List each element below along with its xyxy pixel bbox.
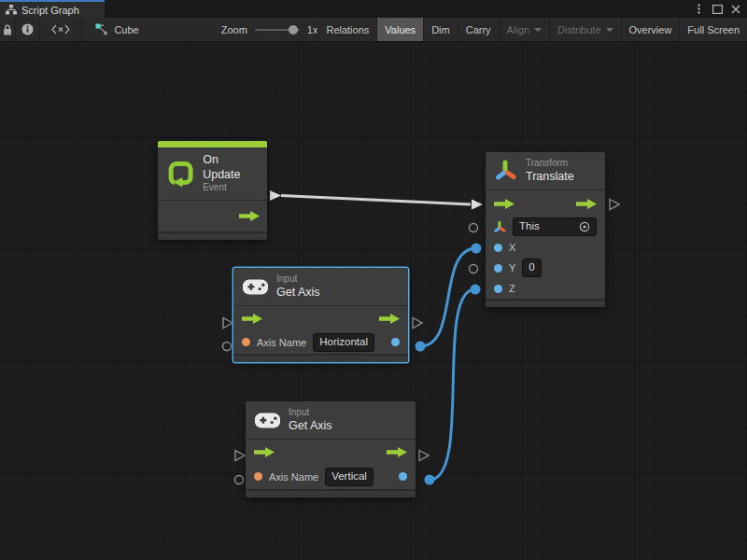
node-header: Transform Translate [486, 152, 605, 190]
flow-out-port[interactable] [419, 451, 429, 461]
window-controls [691, 0, 743, 18]
z-in-port-connected[interactable] [471, 285, 481, 295]
value-connection-vertical-z[interactable] [430, 289, 475, 480]
z-input-row: Z [486, 278, 605, 299]
graph-target-label: Cube [114, 24, 138, 35]
flow-input-arrow-icon[interactable] [494, 199, 514, 209]
align-dropdown[interactable]: Align [499, 18, 549, 41]
axis-out-port-connected[interactable] [425, 475, 435, 485]
flow-output-arrow-icon[interactable] [239, 211, 260, 221]
flow-output-arrow-icon[interactable] [576, 199, 597, 209]
lock-icon [3, 24, 12, 35]
node-body [158, 201, 267, 231]
kebab-menu-icon[interactable] [691, 2, 706, 17]
flow-in-port[interactable] [223, 318, 233, 329]
node-title: Get Axis [276, 286, 320, 301]
y-in-port[interactable] [470, 265, 478, 273]
flow-out-port-connected[interactable] [270, 190, 281, 201]
node-get-axis-horizontal[interactable]: Input Get Axis Axis Name Horizontal [233, 268, 408, 362]
this-object-field[interactable]: This [513, 217, 597, 236]
node-header: On Update Event [158, 147, 267, 201]
this-row: This [486, 217, 605, 237]
axis-name-port-dot[interactable] [242, 338, 250, 346]
flow-out-port[interactable] [610, 200, 619, 210]
axis-name-label: Axis Name [269, 471, 318, 483]
flow-row [233, 306, 408, 330]
z-port-label: Z [509, 283, 515, 294]
node-translate[interactable]: Transform Translate [486, 152, 605, 307]
z-port-dot[interactable] [494, 285, 502, 293]
this-in-port[interactable] [470, 224, 478, 232]
script-graph-window: Script Graph [0, 0, 747, 560]
zoom-value: 1x [307, 24, 318, 35]
axis-name-port-dot[interactable] [254, 472, 262, 481]
axis-name-value-field[interactable]: Horizontal [313, 333, 374, 352]
node-title: On Update [203, 153, 258, 182]
axis-output-port-dot[interactable] [391, 338, 400, 346]
chevron-down-icon [606, 28, 613, 32]
full-screen-button[interactable]: Full Screen [679, 18, 747, 41]
y-port-dot[interactable] [494, 264, 502, 273]
axis-name-in-port[interactable] [223, 343, 232, 351]
code-literal-icon [50, 24, 71, 35]
relations-button[interactable]: Relations [317, 18, 376, 41]
node-subtitle: Input [289, 407, 332, 419]
loop-arrow-icon [167, 160, 194, 188]
close-icon[interactable] [728, 2, 743, 17]
node-footer [158, 231, 267, 240]
code-view-button[interactable] [40, 18, 82, 41]
axis-name-label: Axis Name [257, 337, 306, 348]
node-subtitle: Event [203, 182, 258, 194]
gamepad-icon [255, 413, 280, 428]
flow-connection[interactable] [281, 196, 471, 205]
node-get-axis-vertical[interactable]: Input Get Axis Axis Name Vertical [246, 401, 416, 497]
flow-input-arrow-icon[interactable] [242, 314, 262, 324]
lock-button[interactable] [0, 18, 16, 41]
flow-in-port-connected[interactable] [472, 200, 483, 210]
flow-input-arrow-icon[interactable] [254, 447, 275, 457]
hierarchy-icon [6, 2, 17, 19]
axis-out-port-connected[interactable] [416, 342, 426, 352]
dim-button[interactable]: Dim [423, 18, 458, 41]
carry-button[interactable]: Carry [458, 18, 499, 41]
flow-row [486, 190, 605, 217]
node-title: Get Axis [289, 419, 332, 434]
y-port-label: Y [509, 262, 515, 273]
x-in-port-connected[interactable] [472, 244, 482, 254]
object-picker-icon[interactable] [579, 221, 590, 232]
value-connection-horizontal-x[interactable] [420, 248, 476, 346]
zoom-label: Zoom [221, 24, 247, 35]
axis-name-row: Axis Name Vertical [246, 464, 416, 489]
axis-name-row: Axis Name Horizontal [233, 330, 408, 354]
graph-canvas[interactable]: On Update Event Transf [0, 42, 747, 560]
node-on-update[interactable]: On Update Event [158, 141, 267, 240]
zoom-slider[interactable] [255, 29, 300, 31]
values-button[interactable]: Values [376, 18, 423, 41]
tab-script-graph[interactable]: Script Graph [0, 0, 105, 18]
node-subtitle: Input [276, 273, 320, 286]
maximize-icon[interactable] [710, 2, 725, 17]
flow-in-port[interactable] [235, 451, 245, 461]
flow-output-arrow-icon[interactable] [387, 447, 407, 457]
graph-target[interactable]: Cube [82, 18, 148, 41]
info-button[interactable] [16, 18, 40, 41]
distribute-dropdown[interactable]: Distribute [549, 18, 620, 41]
zoom-slider-handle[interactable] [289, 25, 298, 35]
tab-title: Script Graph [21, 5, 79, 16]
graph-pointer-icon [95, 23, 108, 35]
overview-button[interactable]: Overview [621, 18, 680, 41]
node-footer [233, 354, 408, 362]
axis-name-in-port[interactable] [235, 476, 244, 484]
x-port-dot[interactable] [494, 244, 502, 252]
axis-output-port-dot[interactable] [399, 472, 407, 481]
flow-out-port[interactable] [413, 318, 422, 329]
transform-axes-icon[interactable] [494, 221, 506, 233]
node-subtitle: Transform [526, 158, 574, 170]
axis-name-value-field[interactable]: Vertical [325, 468, 374, 486]
flow-row [246, 440, 416, 464]
gamepad-icon [243, 279, 268, 295]
flow-output-arrow-icon[interactable] [379, 314, 400, 324]
zoom-control: Zoom 1x [221, 18, 318, 41]
y-value-field[interactable]: 0 [522, 259, 541, 277]
node-header: Input Get Axis [233, 268, 408, 306]
